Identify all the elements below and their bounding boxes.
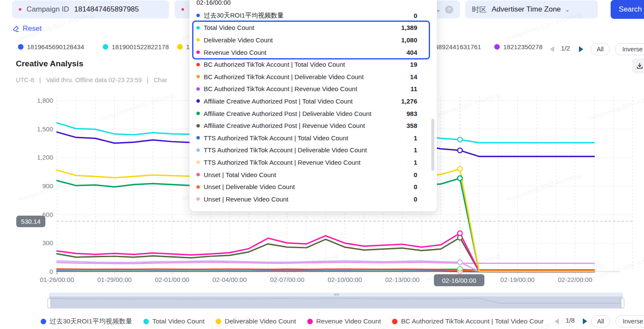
tooltip-series-value: 19 (410, 61, 417, 68)
tooltip-row: Deliverable Video Count1,080 (196, 34, 430, 46)
legend-item-campaign[interactable]: 1 (177, 43, 190, 50)
svg-text:1,500: 1,500 (37, 125, 53, 133)
tooltip-series-value: 0 (414, 183, 417, 190)
series-dot (196, 87, 200, 91)
legend-all-button[interactable]: All (591, 315, 610, 327)
tooltip-series-value: 1 (414, 159, 417, 166)
legend-item-label: 3892441631761 (435, 43, 481, 50)
tooltip-series-value: 0 (414, 196, 417, 203)
campaign-id-field[interactable]: Campaign ID 1814847465897985 (12, 0, 169, 18)
tooltip-series-label: BC Authorized TikTok Account | Deliverab… (204, 73, 405, 80)
legend-dot (216, 319, 221, 324)
legend-next-button[interactable] (579, 46, 583, 52)
svg-text:02-13/00:00: 02-13/00:00 (385, 276, 419, 283)
legend-inverse-button[interactable]: Inverse (615, 315, 644, 327)
legend-item-label: BC Authorized TikTok Account | Total Vid… (401, 317, 543, 325)
tooltip-series-label: 过去30天ROI1平均视频数量 (204, 12, 409, 20)
watermark-text: wangsiming.0207 AdDebug (262, 252, 338, 283)
help-icon[interactable]: ? (445, 6, 453, 14)
tooltip-series-value: 1 (414, 134, 417, 142)
legend-item-series[interactable]: 过去30天ROI1平均视频数量 (41, 317, 132, 326)
chevron-down-icon: ⌄ (565, 6, 570, 13)
legend-item-campaign[interactable]: 1819001522822178 (103, 43, 169, 50)
legend-item-series[interactable]: Total Video Count (143, 317, 205, 325)
tooltip-series-label: Total Video Count (204, 24, 396, 31)
tooltip-series-value: 1,389 (401, 24, 417, 31)
legend-prev-button[interactable] (550, 46, 554, 52)
tooltip-row: Unset | Revenue Video Count0 (196, 193, 430, 205)
svg-text:1,200: 1,200 (37, 154, 53, 161)
tooltip-row: Affiliate Creative Authorized Post | Rev… (196, 119, 430, 132)
legend-item-campaign[interactable]: 1819645690128434 (18, 43, 84, 50)
datazoom-left-handle[interactable] (47, 298, 51, 308)
download-icon (636, 62, 644, 70)
tooltip-row: Unset | Deliverable Video Count0 (196, 181, 430, 193)
legend-next-button[interactable] (583, 318, 587, 324)
tooltip-series-value: 0 (414, 171, 417, 178)
campaign-id-value: 1814847465897985 (74, 5, 139, 14)
tooltip-series-value: 11 (410, 85, 417, 92)
svg-text:01-26/00:00: 01-26/00:00 (40, 276, 74, 283)
series-dot (196, 124, 200, 127)
legend-all-button[interactable]: All (591, 43, 610, 55)
required-dot-icon (19, 8, 21, 11)
datazoom-track[interactable] (49, 296, 623, 308)
required-dot-icon (181, 8, 184, 11)
legend-item-series[interactable]: Deliverable Video Count (216, 317, 296, 325)
reset-button[interactable]: Reset (12, 24, 42, 33)
svg-text:02-19/00:00: 02-19/00:00 (500, 276, 534, 283)
x-axis-pointer-badge: 02-16/00:00 (434, 274, 484, 286)
tooltip-series-value: 1,276 (401, 98, 417, 105)
tooltip-series-label: TTS Authorized TikTok Account | Total Vi… (204, 134, 409, 142)
series-dot (196, 50, 200, 54)
legend-inverse-button[interactable]: Inverse (615, 43, 644, 55)
legend-dot (494, 44, 500, 50)
series-dot (196, 197, 200, 201)
legend-item-series[interactable]: BC Authorized TikTok Account | Total Vid… (392, 317, 543, 325)
tooltip-series-label: TTS Authorized TikTok Account | Revenue … (204, 159, 409, 166)
tooltip-series-value: 0 (414, 12, 417, 19)
series-dot (196, 75, 200, 78)
tooltip-date: 02-16/00:00 (196, 0, 430, 7)
series-dot (196, 99, 200, 103)
legend-item-campaign[interactable]: 3892441631761 (435, 43, 481, 50)
campaign-id-label: Campaign ID (27, 5, 69, 14)
legend-item-label: 18212350278 (503, 43, 543, 50)
tooltip-scrollbar[interactable] (431, 119, 434, 171)
datazoom-right-handle[interactable] (621, 298, 624, 308)
legend-item-campaign[interactable]: 18212350278 (494, 43, 543, 50)
legend-dot (143, 319, 149, 324)
download-button[interactable] (632, 58, 644, 74)
chart-meta: UTC-8 | Valid thru. Offline data 02-23 2… (16, 77, 167, 83)
legend-dot (103, 44, 108, 50)
tooltip-row: TTS Authorized TikTok Account | Total Vi… (196, 132, 430, 144)
timezone-field[interactable]: 时区 Advertiser Time Zone ⌄ (465, 0, 598, 18)
legend-dot (392, 319, 398, 324)
search-button[interactable]: Search (611, 0, 644, 19)
legend-item-label: Total Video Count (152, 317, 205, 325)
legend-bottom-items: 过去30天ROI1平均视频数量Total Video CountDelivera… (41, 315, 544, 327)
legend-prev-button[interactable] (555, 318, 559, 324)
series-dot (196, 112, 200, 115)
svg-text:300: 300 (42, 239, 53, 246)
tooltip-series-label: Deliverable Video Count (204, 36, 396, 44)
tooltip-series-label: Affiliate Creative Authorized Post | Del… (204, 110, 401, 117)
legend-item-label: 过去30天ROI1平均视频数量 (50, 317, 132, 326)
datazoom-slider[interactable] (49, 293, 623, 308)
tooltip-series-value: 14 (410, 73, 417, 80)
tooltip-series-label: TTS Authorized TikTok Account | Delivera… (204, 146, 409, 154)
tooltip-rows: 过去30天ROI1平均视频数量0Total Video Count1,389De… (196, 9, 430, 205)
tooltip-series-label: Affiliate Creative Authorized Post | Rev… (204, 122, 401, 129)
tooltip-series-label: Unset | Total Video Count (204, 171, 409, 178)
timezone-value: Advertiser Time Zone (492, 5, 561, 14)
watermark-text: wangsiming.0207 AdDebug (587, 252, 644, 283)
series-dot (196, 14, 200, 17)
legend-bottom-row: 过去30天ROI1平均视频数量Total Video CountDelivera… (0, 315, 644, 327)
watermark-text: wangsiming.0207 AdDebug (99, 91, 176, 122)
legend-item-series[interactable]: Revenue Video Count (307, 317, 381, 325)
tooltip-row: BC Authorized TikTok Account | Deliverab… (196, 71, 430, 83)
tooltip-series-value: 1,080 (401, 36, 417, 44)
series-dot (196, 148, 200, 152)
tooltip-series-label: BC Authorized TikTok Account | Revenue V… (204, 85, 405, 92)
tooltip-row: 过去30天ROI1平均视频数量0 (196, 9, 430, 22)
